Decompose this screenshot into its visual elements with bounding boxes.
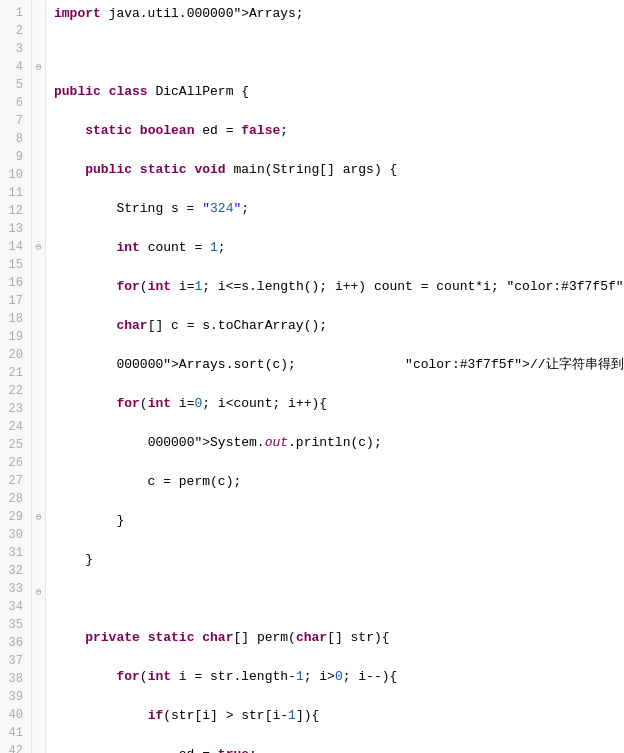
fold-marker <box>32 315 45 330</box>
line-number: 42 <box>4 742 23 753</box>
line-number: 22 <box>4 382 23 400</box>
code-line: public static void main(String[] args) { <box>54 160 616 180</box>
fold-marker <box>32 105 45 120</box>
fold-marker <box>32 660 45 675</box>
fold-marker <box>32 345 45 360</box>
line-number: 8 <box>4 130 23 148</box>
fold-marker <box>32 420 45 435</box>
fold-marker[interactable]: ⊖ <box>32 510 45 525</box>
fold-marker <box>32 270 45 285</box>
fold-marker <box>32 30 45 45</box>
line-number: 30 <box>4 526 23 544</box>
code-line: String s = "324"; <box>54 199 616 219</box>
line-number: 19 <box>4 328 23 346</box>
fold-marker <box>32 630 45 645</box>
line-number: 12 <box>4 202 23 220</box>
code-line: for(int i=1; i<=s.length(); i++) count =… <box>54 277 616 297</box>
line-number: 15 <box>4 256 23 274</box>
line-number: 5 <box>4 76 23 94</box>
line-number: 36 <box>4 634 23 652</box>
code-line: 000000">System.out.println(c); <box>54 433 616 453</box>
code-line: c = perm(c); <box>54 472 616 492</box>
line-number: 37 <box>4 652 23 670</box>
fold-marker <box>32 210 45 225</box>
line-number: 6 <box>4 94 23 112</box>
fold-marker <box>32 90 45 105</box>
fold-marker <box>32 405 45 420</box>
fold-gutter[interactable]: ⊖ ⊖ ⊖ ⊖ <box>32 0 46 753</box>
line-number: 34 <box>4 598 23 616</box>
fold-marker <box>32 735 45 750</box>
line-number: 32 <box>4 562 23 580</box>
fold-marker <box>32 0 45 15</box>
fold-marker <box>32 570 45 585</box>
fold-marker <box>32 45 45 60</box>
code-line: int count = 1; <box>54 238 616 258</box>
line-number: 23 <box>4 400 23 418</box>
line-number: 10 <box>4 166 23 184</box>
line-number: 17 <box>4 292 23 310</box>
fold-marker <box>32 615 45 630</box>
fold-marker[interactable]: ⊖ <box>32 585 45 600</box>
code-line: 000000">Arrays.sort(c); "color:#3f7f5f">… <box>54 355 616 375</box>
line-number: 35 <box>4 616 23 634</box>
fold-marker <box>32 135 45 150</box>
line-number: 18 <box>4 310 23 328</box>
fold-marker <box>32 195 45 210</box>
fold-marker <box>32 180 45 195</box>
line-number: 11 <box>4 184 23 202</box>
line-number: 20 <box>4 346 23 364</box>
fold-marker <box>32 705 45 720</box>
code-content: import java.util.000000">Arrays; public … <box>46 0 624 753</box>
fold-marker <box>32 495 45 510</box>
line-number: 13 <box>4 220 23 238</box>
line-number: 25 <box>4 436 23 454</box>
line-number: 21 <box>4 364 23 382</box>
line-number: 4 <box>4 58 23 76</box>
line-number: 38 <box>4 670 23 688</box>
line-number: 29 <box>4 508 23 526</box>
fold-marker <box>32 645 45 660</box>
fold-marker <box>32 600 45 615</box>
line-number: 2 <box>4 22 23 40</box>
fold-marker <box>32 675 45 690</box>
fold-marker[interactable]: ⊖ <box>32 60 45 75</box>
code-line: import java.util.000000">Arrays; <box>54 4 616 24</box>
code-line: for(int i = str.length-1; i>0; i--){ <box>54 667 616 687</box>
line-number: 9 <box>4 148 23 166</box>
fold-marker <box>32 390 45 405</box>
fold-marker <box>32 375 45 390</box>
code-line: private static char[] perm(char[] str){ <box>54 628 616 648</box>
fold-marker <box>32 285 45 300</box>
line-number: 41 <box>4 724 23 742</box>
line-number: 40 <box>4 706 23 724</box>
fold-marker[interactable]: ⊖ <box>32 240 45 255</box>
fold-marker <box>32 75 45 90</box>
fold-marker <box>32 300 45 315</box>
code-line: char[] c = s.toCharArray(); <box>54 316 616 336</box>
fold-marker <box>32 165 45 180</box>
fold-marker <box>32 525 45 540</box>
code-line <box>54 589 616 609</box>
line-number: 3 <box>4 40 23 58</box>
line-number: 14 <box>4 238 23 256</box>
fold-marker <box>32 465 45 480</box>
line-number: 1 <box>4 4 23 22</box>
fold-marker <box>32 255 45 270</box>
line-number: 7 <box>4 112 23 130</box>
fold-marker <box>32 120 45 135</box>
line-number-gutter: 1234567891011121314151617181920212223242… <box>0 0 32 753</box>
code-line: public class DicAllPerm { <box>54 82 616 102</box>
code-line: if(str[i] > str[i-1]){ <box>54 706 616 726</box>
line-number: 28 <box>4 490 23 508</box>
fold-marker <box>32 435 45 450</box>
code-line: } <box>54 550 616 570</box>
fold-marker <box>32 330 45 345</box>
fold-marker <box>32 690 45 705</box>
fold-marker <box>32 450 45 465</box>
fold-marker <box>32 720 45 735</box>
fold-marker <box>32 15 45 30</box>
code-line: static boolean ed = false; <box>54 121 616 141</box>
line-number: 26 <box>4 454 23 472</box>
code-line <box>54 43 616 63</box>
